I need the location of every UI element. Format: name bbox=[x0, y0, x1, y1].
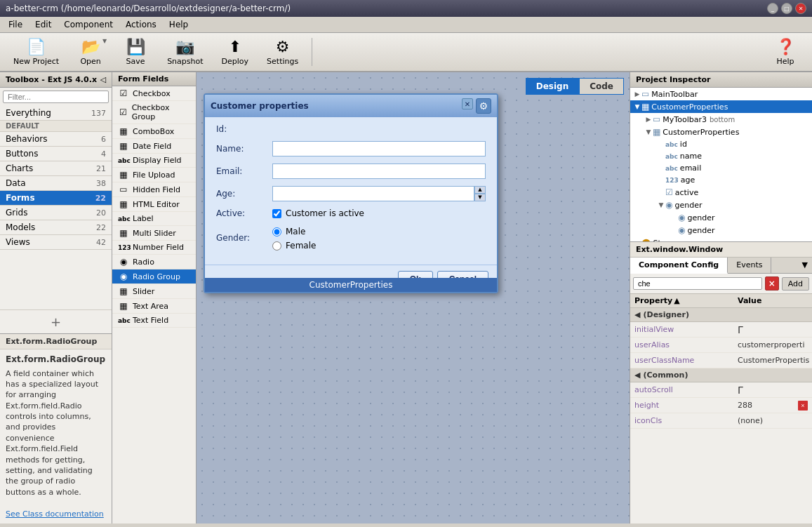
category-buttons[interactable]: Buttons 4 bbox=[0, 147, 112, 161]
category-grids[interactable]: Grids 20 bbox=[0, 206, 112, 220]
ff-checkbox-group[interactable]: ☑ Checkbox Group bbox=[112, 101, 196, 124]
radio-male-input[interactable] bbox=[272, 227, 281, 236]
section-common-label: (Common) bbox=[643, 371, 688, 380]
ff-radio-group[interactable]: ◉ Radio Group bbox=[112, 269, 196, 284]
prop-iconcls[interactable]: iconCls (none) bbox=[630, 413, 812, 429]
ff-display-field[interactable]: abc Display Field bbox=[112, 154, 196, 168]
toolbox-add-button[interactable]: + bbox=[0, 309, 112, 333]
age-input[interactable] bbox=[272, 186, 474, 201]
category-buttons-count: 4 bbox=[101, 149, 106, 159]
toolbox-collapse-icon[interactable]: ◁ bbox=[100, 75, 106, 84]
tree-item-age[interactable]: 123 age bbox=[630, 174, 812, 186]
tab-component-config[interactable]: Component Config bbox=[630, 258, 728, 274]
age-decrement-button[interactable]: ▼ bbox=[474, 194, 486, 201]
tree-item-active[interactable]: ☑ active bbox=[630, 186, 812, 199]
ff-label[interactable]: abc Label bbox=[112, 212, 196, 226]
expand-customerproperties-icon[interactable]: ▼ bbox=[633, 103, 641, 110]
ff-text-field[interactable]: abc Text Field bbox=[112, 314, 196, 328]
save-button[interactable]: 💾 Save bbox=[114, 34, 157, 69]
minimize-button[interactable]: _ bbox=[767, 3, 778, 14]
ff-slider[interactable]: ▦ Slider bbox=[112, 284, 196, 299]
code-view-button[interactable]: Code bbox=[579, 78, 624, 95]
menu-help[interactable]: Help bbox=[164, 18, 194, 31]
checkbox-icon: ☑ bbox=[118, 88, 129, 98]
menu-actions[interactable]: Actions bbox=[120, 18, 162, 31]
ff-date-field[interactable]: ▦ Date Field bbox=[112, 139, 196, 154]
tree-item-gender[interactable]: ▼ ◉ gender bbox=[630, 199, 812, 211]
property-filter-input[interactable] bbox=[633, 277, 762, 290]
tab-dropdown-arrow[interactable]: ▼ bbox=[798, 258, 812, 273]
tree-item-email[interactable]: abc email bbox=[630, 162, 812, 174]
tree-item-customerproperties[interactable]: ▼ ▦ CustomerProperties bbox=[630, 100, 812, 113]
expand-gender-icon[interactable]: ▼ bbox=[657, 201, 665, 208]
tree-item-maintoolbar[interactable]: ▶ ▭ MainToolbar bbox=[630, 88, 812, 100]
name-input[interactable] bbox=[272, 141, 486, 156]
prop-initialview[interactable]: initialView Γ bbox=[630, 322, 812, 338]
form-panel-close-button[interactable]: ✕ bbox=[462, 98, 473, 109]
prop-useralias[interactable]: userAlias customerproperti bbox=[630, 338, 812, 353]
initialview-name: initialView bbox=[634, 325, 738, 334]
category-views[interactable]: Views 42 bbox=[0, 235, 112, 250]
toolbox-filter-input[interactable] bbox=[3, 91, 109, 103]
filter-clear-button[interactable]: × bbox=[765, 276, 779, 291]
category-forms[interactable]: Forms 22 bbox=[0, 191, 112, 206]
category-models[interactable]: Models 22 bbox=[0, 220, 112, 235]
prop-autoscroll[interactable]: autoScroll Γ bbox=[630, 382, 812, 398]
tab-events[interactable]: Events bbox=[728, 258, 771, 273]
maximize-button[interactable]: □ bbox=[781, 3, 792, 14]
radio-female-input[interactable] bbox=[272, 241, 281, 251]
tree-item-name[interactable]: abc name bbox=[630, 150, 812, 162]
expand-maintoolbar-icon[interactable]: ▶ bbox=[633, 91, 641, 98]
expand-cp-child-icon[interactable]: ▼ bbox=[644, 128, 653, 135]
section-designer-collapse-icon[interactable]: ◀ bbox=[634, 310, 640, 319]
prop-userclassname[interactable]: userClassName CustomerPropertis bbox=[630, 353, 812, 368]
help-button[interactable]: ❓ Help bbox=[764, 34, 806, 69]
menu-component[interactable]: Component bbox=[58, 18, 119, 31]
ff-html-editor[interactable]: ▦ HTML Editor bbox=[112, 197, 196, 212]
active-checkbox[interactable] bbox=[272, 209, 281, 218]
tree-item-customerproperties-child[interactable]: ▼ ▦ CustomerProperties bbox=[630, 126, 812, 138]
menu-edit[interactable]: Edit bbox=[29, 18, 57, 31]
category-data[interactable]: Data 38 bbox=[0, 176, 112, 191]
tree-item-stores[interactable]: ⬤ Stores bbox=[630, 236, 812, 242]
design-view-button[interactable]: Design bbox=[526, 78, 580, 95]
see-class-doc-link[interactable]: See Class documentation bbox=[6, 509, 104, 519]
form-panel-gear-button[interactable]: ⚙ bbox=[476, 98, 491, 114]
category-everything[interactable]: Everything 137 bbox=[0, 106, 112, 121]
category-charts[interactable]: Charts 21 bbox=[0, 161, 112, 176]
category-data-label: Data bbox=[6, 178, 26, 188]
age-increment-button[interactable]: ▲ bbox=[474, 186, 486, 194]
ff-combobox[interactable]: ▦ ComboBox bbox=[112, 124, 196, 139]
snapshot-button[interactable]: 📷 Snapshot bbox=[159, 34, 211, 69]
category-forms-count: 22 bbox=[95, 194, 106, 203]
expand-mytoolbar3-icon[interactable]: ▶ bbox=[644, 116, 653, 123]
add-property-button[interactable]: Add bbox=[782, 277, 809, 291]
ff-checkbox[interactable]: ☑ Checkbox bbox=[112, 86, 196, 101]
settings-button[interactable]: ⚙ Settings bbox=[259, 34, 306, 69]
active-checkbox-row: Customer is active bbox=[272, 208, 364, 218]
tree-item-gender-child1[interactable]: ◉ gender bbox=[630, 211, 812, 224]
category-behaviors[interactable]: Behaviors 6 bbox=[0, 132, 112, 147]
open-button[interactable]: 📂 Open ▼ bbox=[69, 34, 112, 69]
ff-radio[interactable]: ◉ Radio bbox=[112, 255, 196, 269]
height-clear-button[interactable]: × bbox=[798, 401, 808, 411]
tree-item-gender-child2[interactable]: ◉ gender bbox=[630, 224, 812, 236]
close-button[interactable]: ✕ bbox=[795, 3, 806, 14]
sort-icon: ▲ bbox=[674, 296, 679, 305]
ff-number-field[interactable]: 123 Number Field bbox=[112, 241, 196, 255]
menu-file[interactable]: File bbox=[3, 18, 28, 31]
ff-text-area[interactable]: ▦ Text Area bbox=[112, 299, 196, 314]
section-common-collapse-icon[interactable]: ◀ bbox=[634, 371, 640, 380]
email-input[interactable] bbox=[272, 164, 486, 179]
form-panel-body: Id: Name: Email: Age: bbox=[205, 117, 497, 265]
prop-height[interactable]: height 288 × bbox=[630, 398, 812, 413]
new-project-button[interactable]: 📄 New Project bbox=[6, 34, 67, 69]
ff-file-upload[interactable]: ▦ File Upload bbox=[112, 168, 196, 182]
tree-item-mytoolbar3[interactable]: ▶ ▭ MyToolbar3 bottom bbox=[630, 113, 812, 126]
active-label: Active: bbox=[216, 208, 272, 218]
deploy-button[interactable]: ⬆ Deploy bbox=[214, 34, 257, 69]
component-label: CustomerProperties bbox=[205, 278, 497, 292]
tree-item-id[interactable]: abc id bbox=[630, 138, 812, 150]
ff-multi-slider[interactable]: ▦ Multi Slider bbox=[112, 226, 196, 241]
ff-hidden-field[interactable]: ▭ Hidden Field bbox=[112, 182, 196, 197]
